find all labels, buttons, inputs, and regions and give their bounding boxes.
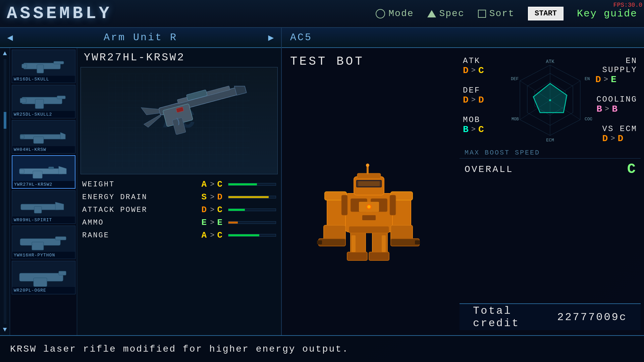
svg-rect-7 (20, 98, 26, 103)
en-supply-label: EN SUPPLY (595, 56, 637, 74)
en-supply-after: E (611, 74, 616, 85)
key-guide-label[interactable]: Key guide (577, 8, 637, 19)
svg-rect-5 (57, 96, 65, 99)
def-grades: D > D (463, 95, 505, 105)
stat-bar-container-attack (228, 208, 276, 211)
svg-rect-2 (37, 65, 44, 73)
stat-row-attack: ATTACK POWER D > C (80, 205, 278, 215)
max-boost-label: MAX BOOST SPEED (465, 149, 540, 157)
cooling-before: B (596, 104, 602, 114)
hex-chart-svg: ATK EN COOL ECM MOB DEF (508, 58, 592, 142)
spec-nav-item[interactable]: Spec (427, 8, 465, 19)
en-supply-grades: D > E (595, 74, 637, 85)
mode-label: Mode (388, 8, 414, 19)
grade-before-energy: S (202, 192, 208, 202)
atk-label: ATK (463, 56, 505, 65)
svg-rect-48 (349, 226, 389, 233)
ac-stats-layout: ATK D > C DEF D (456, 48, 644, 335)
weapon-item-wr25dl-skull2[interactable]: WR25DL-SKULL2 (12, 85, 75, 118)
svg-rect-22 (32, 242, 44, 250)
main-content: ◀ Arm Unit R ▶ ▲ ▼ (0, 28, 644, 335)
scroll-up-icon[interactable]: ▲ (3, 50, 7, 57)
svg-marker-13 (59, 166, 66, 174)
grade-after-attack: C (217, 205, 223, 215)
cooling-label: COOLING (596, 95, 637, 104)
sort-nav-item[interactable]: Sort (478, 8, 515, 19)
grade-before-attack: D (202, 205, 208, 215)
def-after: D (478, 95, 484, 105)
svg-rect-31 (163, 104, 193, 127)
svg-rect-66 (341, 195, 347, 215)
start-button[interactable]: START (528, 7, 564, 20)
mob-before: B (463, 124, 469, 135)
svg-rect-39 (347, 252, 367, 260)
weapon-item-label: WR25DL-SKULL2 (12, 111, 75, 118)
svg-text:ATK: ATK (546, 59, 554, 64)
overall-grade: C (627, 161, 636, 177)
weapon-item-ywr27hl-krsw2[interactable]: YWR27HL-KRSW2 (12, 155, 75, 189)
grade-after-energy: D (217, 192, 223, 202)
weapon-item-wr09hl-spirit[interactable]: WR09HL-SPIRIT (12, 190, 75, 224)
svg-rect-63 (357, 173, 381, 178)
stat-grades-range: A > C (176, 230, 223, 240)
svg-rect-41 (352, 235, 356, 252)
ac-stat-cooling: COOLING B > B (596, 95, 637, 114)
stat-row-weight: WEIGHT A > C (80, 179, 278, 189)
weapon-item-wr16dl-skull[interactable]: WR16DL-SKULL (12, 50, 75, 83)
weapon-item-wh04hl-krsw[interactable]: WH04HL-KRSW (12, 120, 75, 154)
stat-label-ammo: AMMO (82, 219, 176, 227)
svg-marker-76 (533, 83, 567, 113)
atk-arrow: > (471, 66, 476, 75)
ac-stat-def: DEF D > D (463, 86, 505, 105)
svg-text:AC: AC (163, 105, 195, 135)
svg-text:ECM: ECM (546, 138, 554, 142)
svg-rect-40 (369, 252, 389, 260)
stat-bar-container-weight (228, 183, 276, 186)
left-scroll: ▲ ▼ (0, 48, 10, 335)
stat-bar-container-energy (228, 196, 276, 198)
svg-marker-35 (141, 103, 160, 117)
ac-stat-en-supply: EN SUPPLY D > E (595, 56, 637, 85)
grade-after-ammo: E (217, 218, 223, 228)
weapon-item-ywh16hr-python[interactable]: YWH16HR-PYTHON (12, 226, 75, 259)
credit-bar: Total credit 22777009c (460, 303, 641, 330)
stat-bar-container-ammo (228, 221, 276, 224)
svg-marker-36 (143, 115, 163, 128)
vs-ecm-after: D (618, 133, 624, 144)
svg-text:EN: EN (585, 76, 590, 81)
cooling-grades: B > B (596, 104, 637, 114)
atk-before: D (463, 65, 469, 76)
svg-rect-11 (20, 135, 24, 138)
left-panel: ◀ Arm Unit R ▶ ▲ ▼ (0, 28, 282, 335)
build-name: TEST BOT (282, 48, 456, 72)
description-text: KRSW laser rifle modified for higher ene… (10, 344, 349, 354)
svg-marker-9 (60, 132, 65, 139)
stat-grades-attack: D > C (176, 205, 223, 215)
stat-row-range: RANGE A > C (80, 230, 278, 240)
weapon-item-label: WR16DL-SKULL (12, 76, 75, 83)
mob-after: C (478, 124, 484, 135)
stat-bar-attack (228, 209, 245, 211)
header-nav: Mode Spec Sort START Key guide (376, 7, 637, 20)
svg-rect-14 (33, 171, 42, 178)
mode-icon (376, 9, 385, 18)
en-supply-before: D (595, 74, 601, 85)
weapon-item-wr20pl-ogre[interactable]: WR20PL-OGRE (12, 261, 75, 294)
prev-arrow[interactable]: ◀ (5, 33, 15, 43)
max-boost-area: MAX BOOST SPEED (460, 149, 641, 157)
mode-nav-item[interactable]: Mode (376, 8, 414, 19)
svg-rect-47 (362, 215, 376, 220)
svg-rect-3 (22, 64, 27, 68)
vs-ecm-before: D (602, 133, 608, 144)
svg-rect-51 (319, 239, 345, 246)
en-supply-arrow: > (604, 75, 608, 84)
next-arrow[interactable]: ▶ (266, 33, 276, 43)
svg-rect-24 (59, 271, 66, 275)
def-arrow: > (471, 96, 476, 104)
scroll-down-icon[interactable]: ▼ (3, 326, 7, 334)
stat-left-col: ATK D > C DEF D (463, 56, 505, 144)
grade-after-range: C (217, 230, 223, 240)
stat-bar-container-range (228, 234, 276, 237)
mob-label: MOB (463, 115, 505, 124)
stat-grades-energy: S > D (176, 192, 223, 202)
